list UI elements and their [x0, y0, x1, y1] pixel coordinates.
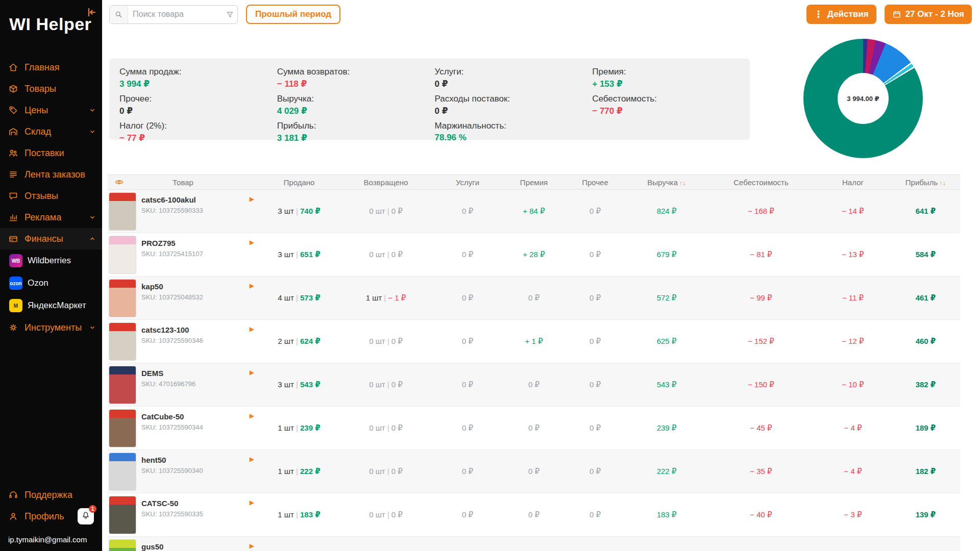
sidebar-subitem-wildberries[interactable]: WBWildberries [0, 249, 102, 272]
summary-label: Сумма возвратов: [277, 67, 430, 77]
sort-icon[interactable]: ↑↓ [939, 179, 946, 187]
tax-cell: − 10 ₽ [815, 380, 891, 389]
expand-arrow-icon[interactable]: ▶ [250, 282, 254, 289]
sidebar-item-support[interactable]: Поддержка [0, 484, 102, 506]
sidebar-item-supplies[interactable]: Поставки [0, 142, 102, 164]
table-row[interactable]: gus50▶ [108, 537, 960, 551]
search-box [109, 5, 238, 24]
expand-arrow-icon[interactable]: ▶ [250, 499, 254, 506]
sidebar-item-finance[interactable]: Финансы [0, 228, 102, 249]
chevron-down-icon [89, 324, 96, 331]
sidebar-subitem-yandex-market[interactable]: MЯндексМаркет [0, 294, 102, 317]
sidebar-item-orders-feed[interactable]: Лента заказов [0, 164, 102, 185]
profit-cell: 182 ₽ [891, 467, 960, 476]
expand-arrow-icon[interactable]: ▶ [250, 239, 254, 246]
ads-icon [8, 212, 18, 222]
sold-cell: 2 шт | 624 ₽ [258, 337, 340, 346]
sidebar-subitem-ozon[interactable]: ozonOzon [0, 272, 102, 294]
sidebar-item-ads[interactable]: Реклама [0, 207, 102, 228]
table-row[interactable]: DEMSSKU: 4701696796▶3 шт | 543 ₽0 шт | 0… [108, 363, 960, 407]
other-cell: 0 ₽ [565, 380, 626, 389]
sidebar-item-stock[interactable]: Склад [0, 121, 102, 142]
col-profit[interactable]: Прибыль↑↓ [891, 178, 960, 187]
col-cost[interactable]: Себестоимость [707, 178, 815, 187]
col-sold[interactable]: Продано [258, 178, 340, 187]
sidebar-item-home[interactable]: Главная [0, 57, 102, 78]
returned-cell: 0 шт | 0 ₽ [340, 423, 432, 433]
premium-cell: 0 ₽ [503, 467, 565, 476]
sidebar-collapse-icon[interactable] [86, 6, 98, 18]
sort-icon[interactable]: ↑↓ [679, 179, 686, 187]
col-other[interactable]: Прочее [565, 178, 626, 187]
eye-icon[interactable] [114, 178, 124, 187]
cost-cell: − 40 ₽ [707, 510, 815, 519]
col-premium[interactable]: Премия [503, 178, 565, 187]
expand-arrow-icon[interactable]: ▶ [250, 412, 254, 419]
search-input[interactable] [128, 10, 222, 19]
col-returned[interactable]: Возвращено [340, 178, 432, 187]
sidebar-item-profile[interactable]: Профиль1 [0, 506, 102, 527]
col-tax[interactable]: Налог [815, 178, 891, 187]
expand-arrow-icon[interactable]: ▶ [250, 456, 254, 463]
calendar-icon [892, 10, 901, 19]
services-cell: 0 ₽ [432, 207, 503, 216]
table-row[interactable]: CATSC-50SKU: 103725590335▶1 шт | 183 ₽0 … [108, 493, 960, 537]
product-name: CATSC-50 [141, 499, 203, 508]
expand-arrow-icon[interactable]: ▶ [250, 195, 254, 203]
table-row[interactable]: hent50SKU: 103725590340▶1 шт | 222 ₽0 шт… [108, 450, 960, 493]
table-row[interactable]: catsc123-100SKU: 103725590346▶2 шт | 624… [108, 320, 960, 363]
sidebar-item-label: Склад [24, 127, 51, 137]
tax-cell: − 4 ₽ [815, 423, 891, 433]
product-cell: DEMSSKU: 4701696796▶ [108, 363, 258, 406]
table-row[interactable]: catsc6-100akulSKU: 103725590333▶3 шт | 7… [108, 190, 960, 233]
search-icon [110, 6, 128, 23]
profit-cell: 584 ₽ [891, 250, 960, 259]
sidebar-item-reviews[interactable]: Отзывы [0, 185, 102, 207]
services-cell: 0 ₽ [432, 423, 503, 433]
sidebar-item-tools[interactable]: Инструменты [0, 317, 102, 338]
col-revenue[interactable]: Выручка↑↓ [626, 178, 707, 187]
product-name: CatCube-50 [141, 412, 203, 421]
premium-cell: + 1 ₽ [503, 337, 565, 346]
revenue-cell: 183 ₽ [626, 510, 707, 519]
premium-cell: 0 ₽ [503, 380, 565, 389]
summary-label: Прочее: [119, 94, 272, 104]
revenue-cell: 543 ₽ [626, 380, 707, 389]
expand-arrow-icon[interactable]: ▶ [250, 325, 254, 333]
product-image [109, 366, 136, 404]
table-row[interactable]: kap50SKU: 103725048532▶4 шт | 573 ₽1 шт … [108, 277, 960, 320]
cost-cell: − 152 ₽ [707, 337, 815, 346]
expand-arrow-icon[interactable]: ▶ [250, 369, 254, 376]
summary-label: Прибыль: [277, 121, 430, 131]
sidebar-item-label: Поставки [24, 148, 64, 159]
orders-icon [8, 169, 18, 180]
sidebar-item-label: Лента заказов [24, 169, 85, 180]
sidebar-bottom: ПоддержкаПрофиль1ip.tymaikin@gmail.com [0, 484, 102, 546]
previous-period-button[interactable]: Прошлый период [246, 5, 340, 24]
summary-value: 0 ₽ [435, 79, 587, 89]
chevron-up-icon [89, 235, 96, 242]
summary-label: Выручка: [277, 94, 430, 104]
table-row[interactable]: CatCube-50SKU: 103725590344▶1 шт | 239 ₽… [108, 407, 960, 450]
premium-cell: 0 ₽ [503, 423, 565, 433]
sold-cell: 4 шт | 573 ₽ [258, 293, 340, 303]
table-row[interactable]: PROZ795SKU: 103725415107▶3 шт | 651 ₽0 ш… [108, 233, 960, 277]
date-range-button[interactable]: 27 Окт - 2 Ноя [885, 5, 972, 24]
sidebar-item-label: Профиль [24, 511, 64, 522]
product-name: gus50 [141, 542, 163, 551]
actions-button[interactable]: ⋮ Действия [806, 5, 876, 24]
summary-value: − 77 ₽ [119, 133, 272, 143]
expand-arrow-icon[interactable]: ▶ [250, 542, 254, 549]
col-services[interactable]: Услуги [432, 178, 503, 187]
sidebar-item-prices[interactable]: Цены [0, 99, 102, 121]
sidebar-item-products[interactable]: Товары [0, 78, 102, 99]
product-cell: kap50SKU: 103725048532▶ [108, 277, 258, 319]
services-cell: 0 ₽ [432, 380, 503, 389]
tax-cell: − 3 ₽ [815, 510, 891, 519]
returned-cell: 0 шт | 0 ₽ [340, 380, 432, 389]
filter-icon[interactable] [222, 10, 237, 19]
notifications-button[interactable]: 1 [78, 508, 94, 524]
summary-label: Маржинальность: [435, 121, 587, 131]
product-cell: CatCube-50SKU: 103725590344▶ [108, 407, 258, 449]
sidebar-subitem-label: Ozon [28, 278, 48, 288]
